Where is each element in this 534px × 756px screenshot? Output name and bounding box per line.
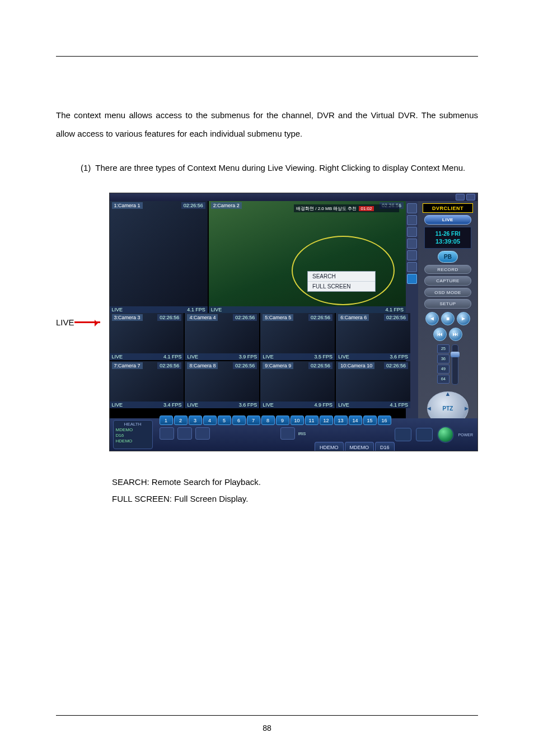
- channel-button-4[interactable]: 4: [203, 416, 217, 425]
- dock-right-button[interactable]: [416, 428, 433, 441]
- dvr-tab[interactable]: HDEMO: [315, 442, 344, 451]
- tile-live: LIVE: [263, 402, 274, 408]
- tile-live: LIVE: [112, 402, 123, 408]
- small-tile-grid: 3:Camera 302:26:56LIVE4.1 FPS 4:Camera 4…: [110, 313, 411, 408]
- tile-header: 10:Camera 10: [338, 362, 374, 369]
- camera-tile-2[interactable]: 2:Camera 2 02:26:56 배경화면 / 2.0 MB 해상도 추천…: [209, 201, 406, 313]
- grid-option[interactable]: 49: [437, 365, 449, 374]
- ptz-left-icon[interactable]: ◄: [426, 405, 432, 412]
- live-button[interactable]: LIVE: [424, 215, 471, 224]
- layout-8-icon[interactable]: [407, 239, 417, 249]
- transport-controls: ◄ ■ ► ⏮ ⏭: [425, 312, 471, 341]
- tile-live: LIVE: [187, 402, 198, 408]
- dock-tool-icon[interactable]: [195, 427, 210, 440]
- volume-slider[interactable]: [452, 344, 458, 385]
- layout-10-icon[interactable]: [407, 262, 417, 272]
- setup-button[interactable]: SETUP: [424, 299, 471, 308]
- channel-button-11[interactable]: 11: [305, 416, 318, 425]
- list-number: (1): [81, 158, 91, 177]
- context-menu-fullscreen[interactable]: FULL SCREEN: [308, 282, 375, 291]
- camera-tile-3[interactable]: 3:Camera 302:26:56LIVE4.1 FPS: [110, 313, 184, 360]
- tile-fps: 3.4 FPS: [163, 402, 182, 408]
- list-text: There are three types of Context Menu du…: [95, 158, 478, 177]
- tile-live: LIVE: [338, 402, 349, 408]
- ptz-right-icon[interactable]: ►: [463, 405, 470, 412]
- ptz-up-icon[interactable]: ▲: [445, 390, 451, 397]
- camera-tile-10[interactable]: 10:Camera 1002:26:56LIVE4.1 FPS: [336, 361, 410, 408]
- tile-fps: 4.1 FPS: [187, 307, 205, 312]
- context-menu-search[interactable]: SEARCH: [308, 272, 375, 282]
- camera-tile-1[interactable]: 1:Camera 1 02:26:56 LIVE4.1 FPS: [110, 201, 208, 313]
- layout-1-icon[interactable]: [407, 203, 417, 213]
- channel-button-7[interactable]: 7: [247, 416, 260, 425]
- record-button[interactable]: RECORD: [424, 265, 471, 274]
- grid-option[interactable]: 64: [437, 375, 449, 384]
- camera-tile-6[interactable]: 6:Camera 602:26:56LIVE3.6 FPS: [336, 313, 410, 360]
- forward-icon[interactable]: ⏭: [449, 328, 462, 341]
- camera-tile-8[interactable]: 8:Camera 802:26:56LIVE3.6 FPS: [185, 361, 259, 408]
- channel-button-5[interactable]: 5: [218, 416, 231, 425]
- grid-option[interactable]: 25: [437, 344, 449, 353]
- tile-live: LIVE: [338, 354, 349, 360]
- channel-button-3[interactable]: 3: [189, 416, 202, 425]
- osd-mode-button[interactable]: OSD MODE: [424, 288, 471, 297]
- layout-16-icon[interactable]: [407, 274, 417, 284]
- channel-button-2[interactable]: 2: [174, 416, 188, 425]
- dvr-tabs: HDEMO MDEMO D16: [315, 442, 395, 451]
- power-icon[interactable]: [437, 426, 454, 443]
- channel-button-16[interactable]: 16: [378, 416, 391, 425]
- scorebar-time: 01:02: [359, 206, 373, 211]
- capture-button[interactable]: CAPTURE: [424, 276, 471, 285]
- channel-button-14[interactable]: 14: [349, 416, 362, 425]
- channel-button-12[interactable]: 12: [320, 416, 333, 425]
- clock-date: 11-26 FRI: [435, 231, 460, 237]
- camera-tile-7[interactable]: 7:Camera 702:26:56LIVE3.4 FPS: [110, 361, 184, 408]
- camera-tile-9[interactable]: 9:Camera 902:26:56LIVE4.9 FPS: [260, 361, 335, 408]
- channel-button-6[interactable]: 6: [232, 416, 246, 425]
- next-icon[interactable]: ►: [457, 312, 470, 325]
- clock-time: 13:39:05: [435, 238, 460, 245]
- dock-tool-icon[interactable]: [160, 427, 174, 440]
- slider-thumb-icon[interactable]: [451, 352, 460, 357]
- arrow-icon: [74, 321, 100, 323]
- dvr-tab[interactable]: D16: [375, 442, 395, 451]
- dvr-tab[interactable]: MDEMO: [345, 442, 374, 451]
- tile-fps: 3.9 FPS: [239, 354, 257, 360]
- desc-search: SEARCH: Remote Search for Playback.: [112, 474, 478, 491]
- minimize-icon[interactable]: [456, 194, 465, 200]
- tile-header: 5:Camera 5: [263, 314, 293, 321]
- power-label: POWER: [458, 433, 473, 437]
- layout-9-icon[interactable]: [407, 250, 417, 260]
- stop-icon[interactable]: ■: [441, 312, 455, 325]
- close-icon[interactable]: [466, 194, 475, 200]
- rewind-icon[interactable]: ⏮: [433, 328, 447, 341]
- tile-fps: 4.1 FPS: [163, 354, 182, 360]
- channel-button-15[interactable]: 15: [363, 416, 377, 425]
- camera-tile-5[interactable]: 5:Camera 502:26:56LIVE3.5 FPS: [260, 313, 335, 360]
- health-line: HDEMO: [116, 438, 150, 444]
- layout-6-icon[interactable]: [407, 227, 417, 237]
- channel-button-10[interactable]: 10: [291, 416, 304, 425]
- health-panel: HEALTH MDEMO D16 HDEMO: [113, 420, 153, 449]
- channel-button-13[interactable]: 13: [334, 416, 348, 425]
- camera-tile-4[interactable]: 4:Camera 402:26:56LIVE3.9 FPS: [185, 313, 259, 360]
- tile-header: 2:Camera 2: [211, 202, 242, 209]
- dock-tool-icon[interactable]: [177, 427, 192, 440]
- tile-timestamp: 02:26:56: [308, 314, 332, 321]
- tile-fps: 3.6 FPS: [239, 402, 257, 408]
- iris-icon[interactable]: [280, 427, 295, 440]
- channel-button-9[interactable]: 9: [276, 416, 289, 425]
- channel-button-8[interactable]: 8: [261, 416, 275, 425]
- dock-right-button[interactable]: [395, 428, 411, 441]
- tile-timestamp: 02:26:56: [181, 202, 205, 209]
- tile-fps: 4.1 FPS: [390, 402, 408, 408]
- tile-live: LIVE: [211, 307, 222, 312]
- playback-button[interactable]: PB: [438, 251, 458, 263]
- tile-timestamp: 02:26:56: [157, 362, 181, 369]
- grid-option[interactable]: 36: [437, 354, 449, 363]
- layout-4-icon[interactable]: [407, 215, 417, 225]
- grid-size-selector: 25 36 49 64: [437, 344, 449, 384]
- desc-fullscreen: FULL SCREEN: Full Screen Display.: [112, 491, 478, 507]
- prev-icon[interactable]: ◄: [425, 312, 439, 325]
- channel-button-1[interactable]: 1: [160, 416, 173, 425]
